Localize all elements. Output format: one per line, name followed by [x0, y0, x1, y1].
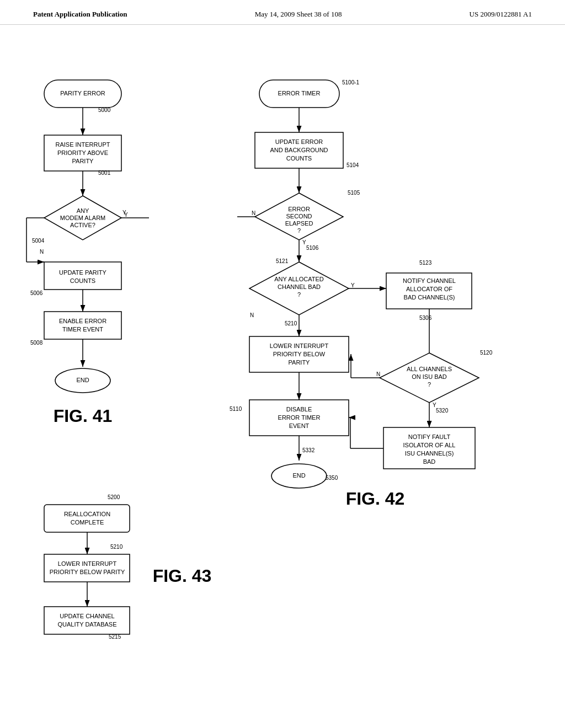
svg-text:SECOND: SECOND — [286, 213, 312, 220]
svg-text:END: END — [292, 472, 305, 479]
svg-text:LOWER INTERRUPT: LOWER INTERRUPT — [270, 342, 329, 349]
svg-text:ANY ALLOCATED: ANY ALLOCATED — [274, 276, 324, 282]
svg-text:END: END — [76, 377, 89, 383]
svg-text:QUALITY DATABASE: QUALITY DATABASE — [58, 621, 117, 628]
svg-text:CHANNEL BAD: CHANNEL BAD — [278, 283, 321, 290]
svg-text:5110: 5110 — [230, 406, 242, 412]
svg-text:N: N — [252, 210, 255, 216]
svg-text:?: ? — [297, 227, 301, 234]
svg-text:5332: 5332 — [302, 447, 315, 453]
svg-text:ON ISU BAD: ON ISU BAD — [412, 373, 447, 380]
svg-text:Y: Y — [351, 282, 355, 288]
svg-text:DISABLE: DISABLE — [286, 406, 312, 413]
svg-text:COMPLETE: COMPLETE — [71, 519, 104, 526]
svg-text:ERROR TIMER: ERROR TIMER — [278, 414, 321, 421]
svg-text:?: ? — [297, 291, 301, 298]
svg-text:5004: 5004 — [32, 238, 45, 244]
svg-text:5320: 5320 — [436, 408, 449, 414]
svg-text:UPDATE PARITY: UPDATE PARITY — [59, 269, 106, 276]
svg-text:ISU CHANNEL(S): ISU CHANNEL(S) — [405, 450, 454, 457]
svg-text:ISOLATOR OF ALL: ISOLATOR OF ALL — [403, 442, 456, 448]
svg-text:5123: 5123 — [419, 260, 432, 266]
svg-text:5210: 5210 — [110, 544, 123, 550]
svg-text:RAISE INTERRUPT: RAISE INTERRUPT — [55, 141, 110, 148]
svg-text:ANY: ANY — [77, 207, 89, 214]
svg-text:PARITY: PARITY — [72, 158, 94, 164]
svg-text:Y: Y — [122, 210, 126, 216]
svg-text:LOWER INTERRUPT: LOWER INTERRUPT — [58, 560, 117, 567]
svg-text:ALL CHANNELS: ALL CHANNELS — [407, 366, 452, 372]
svg-text:?: ? — [428, 381, 431, 388]
svg-text:EVENT: EVENT — [289, 422, 310, 429]
svg-text:5215: 5215 — [109, 634, 121, 640]
svg-text:FIG.  41: FIG. 41 — [54, 406, 113, 426]
svg-text:PRIORITY ABOVE: PRIORITY ABOVE — [57, 149, 108, 156]
svg-text:PARITY: PARITY — [289, 359, 311, 366]
svg-text:5121: 5121 — [276, 258, 289, 264]
svg-text:5000: 5000 — [98, 107, 111, 113]
page-header: Patent Application Publication May 14, 2… — [0, 0, 565, 25]
header-patent: US 2009/0122881 A1 — [470, 10, 532, 19]
svg-text:5120: 5120 — [480, 350, 493, 356]
svg-text:COUNTS: COUNTS — [286, 155, 312, 162]
svg-text:N: N — [376, 371, 380, 377]
svg-text:BAD: BAD — [423, 458, 436, 465]
header-date: May 14, 2009 Sheet 38 of 108 — [255, 10, 342, 19]
svg-text:5100-1: 5100-1 — [342, 79, 360, 85]
svg-text:5350: 5350 — [326, 475, 338, 481]
svg-text:5210: 5210 — [285, 320, 297, 326]
svg-text:AND BACKGROUND: AND BACKGROUND — [270, 147, 328, 153]
svg-text:REALLOCATION: REALLOCATION — [64, 511, 110, 517]
svg-text:5106: 5106 — [306, 245, 319, 251]
svg-text:Y: Y — [302, 239, 306, 245]
svg-text:NOTIFY CHANNEL: NOTIFY CHANNEL — [403, 277, 456, 284]
svg-text:ENABLE ERROR: ENABLE ERROR — [59, 318, 106, 324]
svg-text:N: N — [40, 249, 44, 255]
svg-text:ACTIVE?: ACTIVE? — [70, 222, 95, 228]
svg-text:5104: 5104 — [347, 162, 359, 168]
svg-text:TIMER EVENT: TIMER EVENT — [62, 326, 103, 333]
svg-text:UPDATE CHANNEL: UPDATE CHANNEL — [60, 613, 114, 619]
svg-text:MODEM ALARM: MODEM ALARM — [60, 215, 106, 221]
svg-text:COUNTS: COUNTS — [70, 277, 95, 284]
svg-text:5306: 5306 — [419, 315, 432, 321]
svg-text:5001: 5001 — [98, 170, 111, 176]
svg-text:FIG.  43: FIG. 43 — [153, 566, 212, 586]
svg-text:BAD CHANNEL(S): BAD CHANNEL(S) — [404, 294, 455, 301]
svg-text:PRIORITY BELOW: PRIORITY BELOW — [273, 351, 326, 357]
svg-text:ALLOCATOR OF: ALLOCATOR OF — [406, 286, 452, 292]
svg-text:PRIORITY BELOW PARITY: PRIORITY BELOW PARITY — [50, 569, 125, 575]
svg-text:NOTIFY FAULT: NOTIFY FAULT — [408, 433, 451, 440]
svg-text:UPDATE ERROR: UPDATE ERROR — [275, 138, 323, 145]
svg-text:ELAPSED: ELAPSED — [285, 220, 313, 227]
header-publication: Patent Application Publication — [33, 10, 127, 19]
svg-text:ERROR: ERROR — [288, 206, 310, 212]
svg-text:PARITY ERROR: PARITY ERROR — [60, 90, 105, 97]
svg-text:N: N — [250, 312, 254, 318]
svg-text:5006: 5006 — [30, 290, 43, 296]
svg-rect-21 — [44, 262, 121, 290]
svg-text:5105: 5105 — [348, 190, 360, 196]
svg-text:ERROR TIMER: ERROR TIMER — [278, 90, 321, 97]
svg-text:FIG.  42: FIG. 42 — [346, 489, 405, 508]
svg-text:5008: 5008 — [30, 340, 43, 346]
diagram-area: PARITY ERROR 5000 RAISE INTERRUPT PRIORI… — [0, 25, 565, 709]
svg-text:5200: 5200 — [108, 494, 120, 500]
